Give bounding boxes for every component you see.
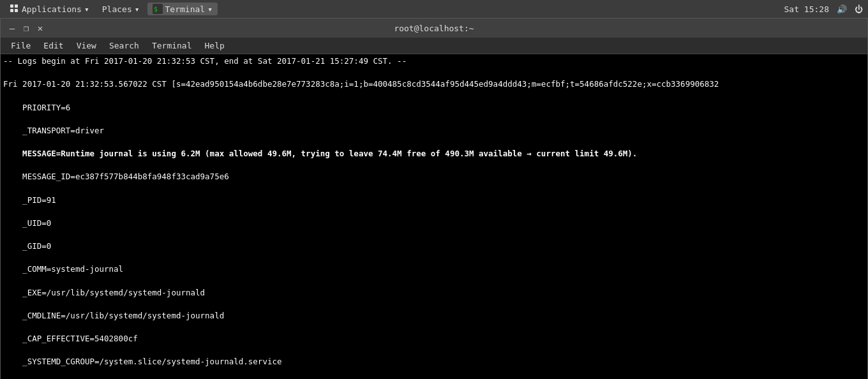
terminal-line: _EXE=/usr/lib/systemd/systemd-journald (3, 287, 865, 299)
places-menu[interactable]: Places ▾ (97, 3, 145, 15)
maximize-button[interactable]: ❐ (21, 23, 31, 33)
terminal-line: Fri 2017-01-20 21:32:53.567022 CST [s=42… (3, 78, 865, 90)
terminal-line: _TRANSPORT=driver (3, 125, 865, 137)
menu-terminal[interactable]: Terminal (147, 40, 197, 52)
top-bar: Applications ▾ Places ▾ $ Terminal ▾ Sat… (0, 0, 868, 18)
svg-rect-3 (15, 9, 18, 12)
terminal-line: -- Logs begin at Fri 2017-01-20 21:32:53… (3, 56, 865, 67)
terminal-top-icon: $ (153, 4, 163, 14)
applications-menu[interactable]: Applications ▾ (5, 3, 94, 15)
top-bar-right: Sat 15:28 🔊 ⏻ (784, 4, 863, 14)
svg-text:$: $ (154, 6, 158, 13)
terminal-line: _UID=0 (3, 218, 865, 229)
minimize-button[interactable]: – (7, 23, 17, 33)
terminal-content[interactable]: -- Logs begin at Fri 2017-01-20 21:32:53… (1, 54, 867, 379)
datetime: Sat 15:28 (784, 4, 829, 14)
menu-edit[interactable]: Edit (38, 40, 68, 52)
menu-bar: File Edit View Search Terminal Help (1, 38, 867, 54)
terminal-line: PRIORITY=6 (3, 102, 865, 114)
menu-file[interactable]: File (6, 40, 36, 52)
menu-help[interactable]: Help (200, 40, 230, 52)
menu-view[interactable]: View (71, 40, 101, 52)
svg-rect-0 (10, 4, 13, 8)
places-chevron: ▾ (135, 4, 140, 14)
terminal-line: MESSAGE_ID=ec387f577b844b8fa948f33cad9a7… (3, 171, 865, 182)
svg-rect-2 (10, 9, 13, 12)
terminal-line: MESSAGE=Runtime journal is using 6.2M (m… (3, 148, 865, 160)
terminal-line: _GID=0 (3, 241, 865, 252)
terminal-line: _COMM=systemd-journal (3, 264, 865, 275)
app-grid-icon (10, 4, 19, 13)
terminal-window: – ❐ ✕ root@localhost:~ File Edit View Se… (0, 18, 868, 379)
title-bar: – ❐ ✕ root@localhost:~ (1, 19, 867, 38)
terminal-menu[interactable]: $ Terminal ▾ (147, 3, 218, 15)
top-bar-left: Applications ▾ Places ▾ $ Terminal ▾ (5, 3, 218, 15)
terminal-line: _CAP_EFFECTIVE=5402800cf (3, 333, 865, 345)
svg-rect-1 (15, 4, 18, 8)
terminal-label: Terminal (165, 4, 206, 14)
terminal-line: _PID=91 (3, 195, 865, 206)
menu-search[interactable]: Search (104, 40, 144, 52)
power-icon[interactable]: ⏻ (855, 4, 863, 14)
applications-label: Applications (22, 4, 82, 14)
close-button[interactable]: ✕ (35, 23, 45, 33)
volume-icon[interactable]: 🔊 (837, 4, 847, 14)
places-label: Places (102, 4, 132, 14)
applications-chevron: ▾ (84, 4, 89, 14)
terminal-chevron: ▾ (207, 4, 213, 14)
terminal-line: _SYSTEMD_CGROUP=/system.slice/systemd-jo… (3, 356, 865, 368)
window-title: root@localhost:~ (45, 24, 823, 33)
title-bar-buttons: – ❐ ✕ (7, 23, 45, 33)
terminal-line: _CMDLINE=/usr/lib/systemd/systemd-journa… (3, 310, 865, 322)
